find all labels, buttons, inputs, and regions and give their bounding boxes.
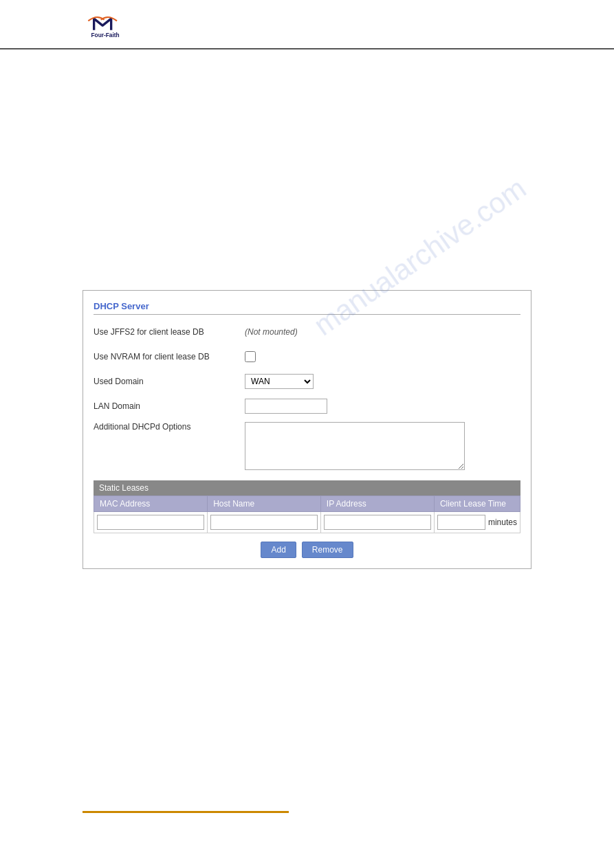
col-ip-address: IP Address [320,496,434,512]
main-content: DHCP Server Use JFFS2 for client lease D… [0,49,614,590]
lan-domain-input[interactable] [245,399,327,414]
lan-domain-label: LAN Domain [94,401,245,411]
button-row: Add Remove [94,542,520,558]
logo-image: Four-Faith [83,7,151,41]
col-client-lease-time: Client Lease Time [434,496,520,512]
logo-container: Four-Faith [83,7,531,41]
mac-address-input[interactable] [97,515,204,530]
lease-time-input[interactable] [437,515,485,530]
additional-dhcpd-row: Additional DHCPd Options [94,422,520,470]
section-title: DHCP Server [94,301,520,315]
mac-address-cell [94,512,208,533]
host-name-input[interactable] [210,515,318,530]
used-domain-select[interactable]: WAN LAN None [245,374,314,389]
ip-address-input[interactable] [324,515,431,530]
lan-domain-row: LAN Domain [94,397,520,415]
additional-dhcpd-label: Additional DHCPd Options [94,422,245,432]
static-leases-header: Static Leases [94,480,520,496]
nvram-checkbox[interactable] [245,351,256,362]
table-header-row: MAC Address Host Name IP Address Client … [94,496,520,512]
remove-button[interactable]: Remove [302,542,353,558]
dhcp-server-section: DHCP Server Use JFFS2 for client lease D… [83,290,531,569]
static-leases-section: Static Leases MAC Address Host Name IP A… [94,480,520,558]
page-header: Four-Faith [0,0,614,49]
table-row: minutes [94,512,520,533]
col-host-name: Host Name [208,496,321,512]
jffs2-label: Use JFFS2 for client lease DB [94,327,245,337]
minutes-label: minutes [488,518,517,527]
minutes-cell: minutes [437,515,517,530]
ip-address-cell [320,512,434,533]
nvram-label: Use NVRAM for client lease DB [94,352,245,361]
nvram-row: Use NVRAM for client lease DB [94,348,520,366]
static-leases-table: MAC Address Host Name IP Address Client … [94,496,520,533]
add-button[interactable]: Add [261,542,296,558]
additional-dhcpd-textarea[interactable] [245,422,465,470]
col-mac-address: MAC Address [94,496,208,512]
host-name-cell [208,512,321,533]
svg-text:Four-Faith: Four-Faith [91,32,120,38]
jffs2-row: Use JFFS2 for client lease DB (Not mount… [94,323,520,341]
jffs2-value: (Not mounted) [245,327,298,337]
client-lease-time-cell: minutes [434,512,520,533]
used-domain-row: Used Domain WAN LAN None [94,372,520,390]
used-domain-label: Used Domain [94,377,245,386]
footer-line [83,811,289,813]
